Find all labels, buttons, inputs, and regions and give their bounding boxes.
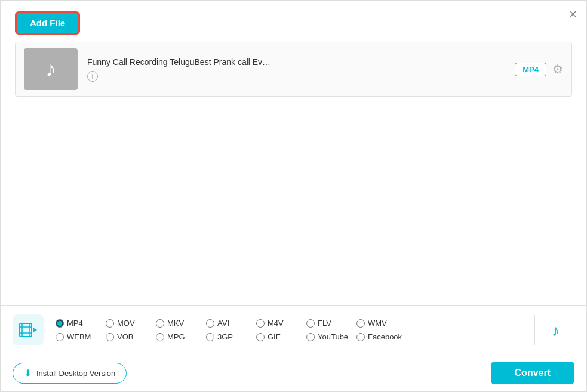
file-list: ♪ Funny Call Recording TeluguBest Prank …: [15, 42, 572, 97]
format-badge: MP4: [515, 63, 546, 76]
info-icon[interactable]: i: [87, 71, 98, 82]
format-option-mov[interactable]: MOV: [106, 319, 153, 328]
format-selector: MP4 MOV MKV AVI M4V: [1, 306, 586, 354]
install-desktop-button[interactable]: ⬇ Install Desktop Version: [13, 363, 127, 384]
file-info: Funny Call Recording TeluguBest Prank ca…: [87, 57, 505, 82]
format-option-m4v[interactable]: M4V: [256, 319, 304, 328]
format-option-wmv[interactable]: WMV: [356, 319, 404, 328]
music-note-icon: ♪: [45, 57, 56, 82]
format-option-facebook[interactable]: Facebook: [356, 332, 404, 341]
download-icon: ⬇: [24, 368, 32, 379]
format-option-avi[interactable]: AVI: [206, 319, 254, 328]
add-file-button[interactable]: Add File: [15, 11, 80, 35]
settings-icon[interactable]: ⚙: [552, 62, 563, 76]
svg-text:♪: ♪: [552, 322, 560, 339]
audio-icon: ♪: [549, 320, 568, 339]
format-option-gif[interactable]: GIF: [256, 332, 304, 341]
file-title: Funny Call Recording TeluguBest Prank ca…: [87, 57, 505, 67]
svg-rect-0: [20, 323, 32, 337]
file-item: ♪ Funny Call Recording TeluguBest Prank …: [16, 42, 571, 96]
video-format-icon-box[interactable]: [13, 314, 44, 345]
format-option-mp4[interactable]: MP4: [56, 319, 103, 328]
audio-format-icon-box[interactable]: ♪: [543, 314, 574, 345]
format-option-webm[interactable]: WEBM: [56, 332, 103, 341]
format-option-mpg[interactable]: MPG: [156, 332, 204, 341]
format-divider: [534, 315, 535, 345]
format-option-flv[interactable]: FLV: [306, 319, 354, 328]
header: Add File: [1, 1, 586, 42]
convert-button[interactable]: Convert: [491, 362, 574, 384]
format-option-youtube[interactable]: YouTube: [306, 332, 354, 341]
close-button[interactable]: ×: [569, 8, 577, 21]
file-actions: MP4 ⚙: [515, 62, 563, 76]
bottom-panel: MP4 MOV MKV AVI M4V: [1, 305, 586, 391]
format-option-mkv[interactable]: MKV: [156, 319, 204, 328]
video-icon: [19, 321, 37, 339]
footer-bar: ⬇ Install Desktop Version Convert: [1, 354, 586, 391]
format-option-vob[interactable]: VOB: [106, 332, 153, 341]
install-label: Install Desktop Version: [36, 369, 115, 378]
file-thumbnail: ♪: [24, 48, 78, 90]
svg-marker-5: [33, 328, 37, 332]
format-option-3gp[interactable]: 3GP: [206, 332, 254, 341]
